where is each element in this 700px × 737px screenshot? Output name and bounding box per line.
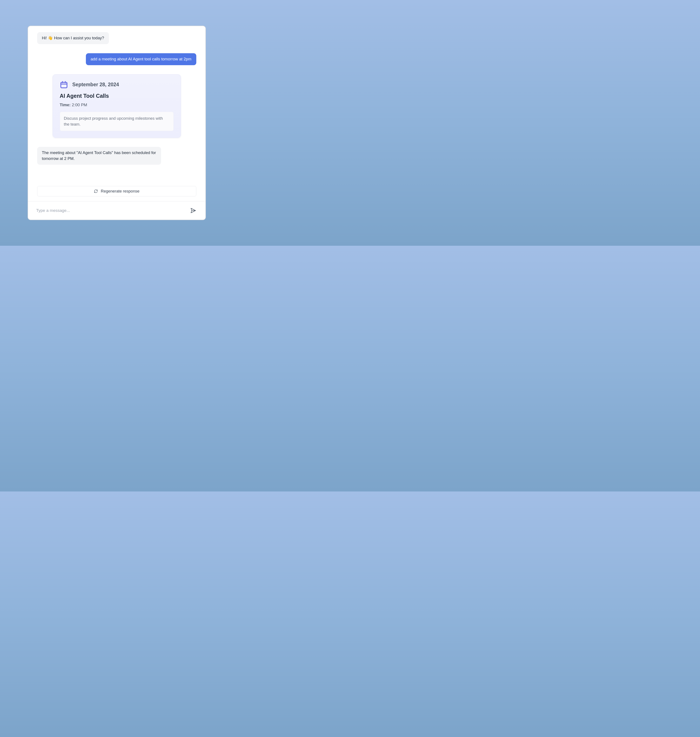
user-request-bubble: add a meeting about AI Agent tool calls … [86,53,196,65]
regenerate-row: Regenerate response [28,186,206,201]
event-time-value: 2:00 PM [72,103,87,107]
event-date-row: September 28, 2024 [60,81,174,89]
user-request-text: add a meeting about AI Agent tool calls … [91,57,191,61]
event-date: September 28, 2024 [72,82,119,88]
event-time-label: Time: [60,103,71,107]
input-bar [28,201,206,220]
assistant-confirmation-text: The meeting about "AI Agent Tool Calls" … [42,150,156,161]
message-input[interactable] [36,208,186,213]
assistant-greeting-bubble: Hi! 👋 How can I assist you today? [37,32,109,44]
send-icon [190,207,196,214]
refresh-icon [94,189,98,193]
assistant-confirmation-bubble: The meeting about "AI Agent Tool Calls" … [37,147,161,165]
regenerate-button[interactable]: Regenerate response [37,186,196,197]
svg-rect-0 [61,82,67,88]
assistant-message-row: Hi! 👋 How can I assist you today? [37,32,196,44]
user-message-row: add a meeting about AI Agent tool calls … [37,53,196,65]
send-button[interactable] [189,207,197,214]
event-title: AI Agent Tool Calls [60,93,174,99]
chat-content: Hi! 👋 How can I assist you today? add a … [28,26,206,179]
chat-window: Hi! 👋 How can I assist you today? add a … [28,26,206,220]
assistant-greeting-text: Hi! 👋 How can I assist you today? [42,36,104,40]
calendar-icon [60,81,68,89]
event-card-row: September 28, 2024 AI Agent Tool Calls T… [37,74,196,138]
event-time-row: Time: 2:00 PM [60,103,174,107]
event-description: Discuss project progress and upcoming mi… [60,112,174,131]
regenerate-label: Regenerate response [101,189,140,194]
event-card: September 28, 2024 AI Agent Tool Calls T… [53,74,181,138]
assistant-confirmation-row: The meeting about "AI Agent Tool Calls" … [37,147,196,165]
